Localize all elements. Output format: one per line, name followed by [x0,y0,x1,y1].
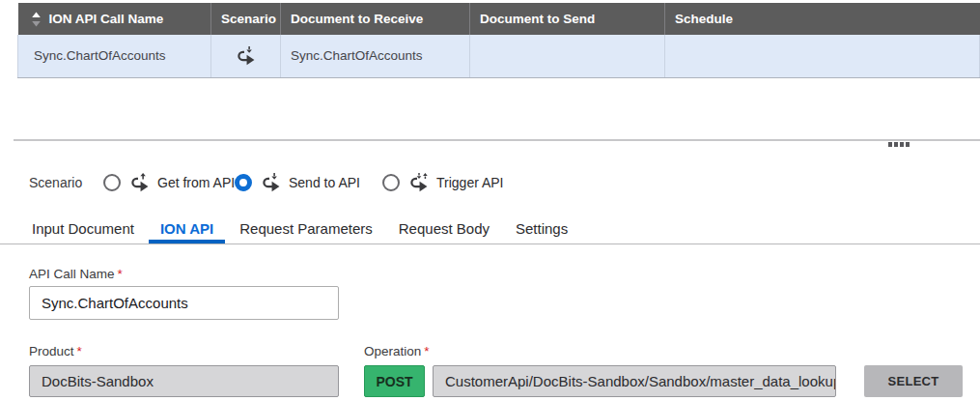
column-label: Document to Send [480,12,595,26]
radio-unselected[interactable] [103,174,121,191]
tab-request-body[interactable]: Request Body [387,213,501,243]
send-to-api-icon [261,172,282,193]
sort-up-down-icon[interactable] [31,12,42,27]
select-operation-button[interactable]: SELECT [864,365,963,397]
ion-api-configuration-screen: ION API Call Name Scenario Document to R… [0,0,980,401]
required-asterisk: * [77,344,82,358]
product-field: DocBits-Sandbox [29,365,339,397]
api-calls-table: ION API Call Name Scenario Document to R… [17,3,980,78]
column-label: ION API Call Name [49,12,164,26]
tab-ion-api[interactable]: ION API [149,213,225,243]
cell-document-to-send[interactable] [470,35,665,77]
column-header-document-to-send[interactable]: Document to Send [470,3,665,35]
column-label: Document to Receive [291,12,423,26]
column-label: Schedule [675,12,733,26]
radio-selected[interactable] [235,174,252,191]
tab-bar: Input Document ION API Request Parameter… [0,213,980,244]
cell-schedule[interactable] [665,35,980,77]
cell-document-to-receive[interactable]: Sync.ChartOfAccounts [281,35,470,77]
radio-option-trigger-api[interactable]: Trigger API [382,171,504,194]
tab-settings[interactable]: Settings [504,213,579,243]
radio-option-send-to-api[interactable]: Send to API [235,171,360,194]
get-from-api-icon [129,172,151,193]
trigger-api-icon [408,172,430,193]
required-asterisk: * [118,267,123,281]
radio-unselected[interactable] [382,174,400,191]
scenario-group-label: Scenario [29,175,82,190]
column-header-scenario[interactable]: Scenario [211,3,281,35]
tab-request-parameters[interactable]: Request Parameters [228,213,384,243]
operation-path-field: CustomerApi/DocBits-Sandbox/Sandbox/mast… [433,365,836,397]
column-header-document-to-receive[interactable]: Document to Receive [281,3,470,35]
radio-option-label: Get from API [157,175,235,190]
cell-scenario[interactable] [211,35,281,77]
cell-api-call-name[interactable]: Sync.ChartOfAccounts [18,35,211,77]
api-call-name-label: API Call Name* [29,267,123,281]
api-call-name-field[interactable]: Sync.ChartOfAccounts [29,286,339,320]
required-asterisk: * [424,344,429,358]
column-label: Scenario [221,12,276,26]
radio-option-get-from-api[interactable]: Get from API [103,171,235,194]
column-header-ion-api-call-name[interactable]: ION API Call Name [18,3,211,35]
column-header-schedule[interactable]: Schedule [665,3,980,35]
http-method-badge: POST [364,365,425,397]
operation-label: Operation* [364,344,430,358]
panel-divider [14,139,980,141]
radio-option-label: Send to API [289,175,360,190]
grip-dots-icon[interactable] [888,142,910,147]
product-label: Product* [29,344,82,358]
tab-input-document[interactable]: Input Document [20,213,146,243]
send-to-api-icon [236,45,257,67]
table-row[interactable]: Sync.ChartOfAccounts Sync.ChartOfAccount… [18,35,980,77]
radio-option-label: Trigger API [436,175,504,190]
table-header-row: ION API Call Name Scenario Document to R… [18,3,980,35]
